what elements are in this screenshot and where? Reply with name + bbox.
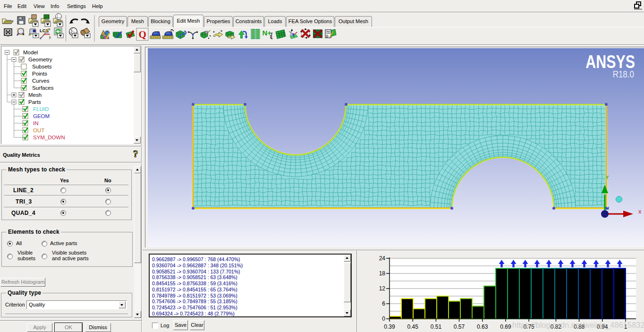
svg-text:z: z <box>40 36 42 40</box>
svg-text:Geometry: Geometry <box>28 57 52 62</box>
svg-text:12: 12 <box>379 285 386 292</box>
svg-text:6: 6 <box>382 300 385 307</box>
svg-text:GEOM: GEOM <box>33 113 50 119</box>
svg-text:Q: Q <box>139 29 146 40</box>
svg-text:0.51: 0.51 <box>431 323 442 330</box>
svg-text:24: 24 <box>379 255 386 262</box>
svg-text:Model: Model <box>23 50 38 55</box>
svg-text:SYM_DOWN: SYM_DOWN <box>33 135 65 140</box>
svg-text:0.57: 0.57 <box>454 323 465 330</box>
svg-text:Mesh: Mesh <box>28 92 42 98</box>
svg-text:OUT: OUT <box>33 128 44 133</box>
svg-text:18: 18 <box>379 270 386 277</box>
svg-text:Subsets: Subsets <box>32 64 52 69</box>
svg-text:X: X <box>638 209 642 215</box>
svg-text:IN: IN <box>33 120 39 126</box>
svg-text:D: D <box>326 34 329 38</box>
svg-text:Parts: Parts <box>28 99 41 105</box>
svg-text:y: y <box>49 35 51 39</box>
svg-text:0.69: 0.69 <box>500 323 511 330</box>
svg-text:Y: Y <box>606 175 609 180</box>
svg-text:Curves: Curves <box>32 78 50 84</box>
svg-text:0.63: 0.63 <box>477 323 488 330</box>
svg-text:Att: Att <box>326 30 330 33</box>
svg-text:0: 0 <box>382 315 385 322</box>
svg-text:Surfaces: Surfaces <box>32 85 54 91</box>
svg-text:?: ? <box>133 149 138 160</box>
svg-text:Points: Points <box>32 71 47 77</box>
svg-text:FLUID: FLUID <box>33 106 49 112</box>
svg-text:0.39: 0.39 <box>384 323 395 330</box>
svg-text:0.45: 0.45 <box>407 323 419 330</box>
svg-text:x: x <box>49 27 51 31</box>
